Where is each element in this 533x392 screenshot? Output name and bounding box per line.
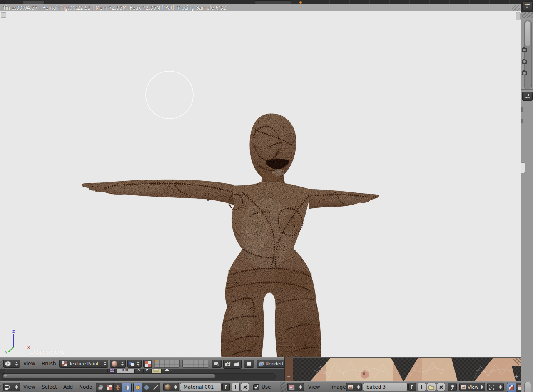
node-name-text: Itor (122, 369, 129, 372)
linestyle-type-button[interactable] (151, 383, 160, 392)
world-type-button[interactable] (142, 383, 151, 392)
render-animation-button[interactable] (232, 360, 241, 368)
material-preview-dropdown[interactable] (163, 383, 179, 391)
material-sphere-icon (124, 385, 130, 390)
material-preview-sphere-icon (165, 384, 171, 390)
paint-mask-button[interactable] (507, 383, 516, 392)
texture-palette-grid-1[interactable] (154, 360, 180, 368)
shader-type-group (133, 383, 160, 392)
editor-type-selector-image[interactable] (287, 383, 304, 391)
camera-icon (522, 47, 527, 52)
plus-expand-icon[interactable]: + (3, 373, 7, 379)
mask-toggle-button[interactable] (143, 360, 152, 368)
use-nodes-checkbox[interactable] (253, 384, 259, 390)
menu-view-3d[interactable]: View (23, 360, 35, 368)
brush-preview-dropdown[interactable] (110, 360, 126, 368)
plus-icon (234, 385, 238, 389)
menu-view-node[interactable]: View (23, 383, 35, 391)
renderlayer-camera-icons[interactable] (521, 47, 528, 82)
menu-node[interactable]: Node (79, 383, 92, 391)
texture-paint-icon (61, 361, 67, 367)
viewport-corner-widget[interactable] (1, 12, 6, 18)
compositor-context-button[interactable] (96, 383, 105, 392)
image-open-button[interactable] (427, 383, 436, 391)
image-new-button[interactable] (418, 383, 426, 391)
blender-window: Time:00:04.57 | Remaining:00:22.93 | Mem… (0, 0, 533, 392)
plus-expand-right-icon[interactable]: + (515, 374, 518, 379)
image-name-field[interactable]: baked 3 (363, 383, 408, 391)
render-preview-figure (0, 11, 521, 357)
image-view-mode-dropdown[interactable]: View (459, 383, 485, 391)
node-hscrollbar-track[interactable]: + (2, 373, 276, 380)
menu-image[interactable]: Image (330, 383, 346, 391)
camera-icon (225, 362, 231, 367)
plus-expand-icon[interactable]: + (529, 82, 533, 88)
right-sidebar: + (521, 0, 533, 392)
pivot-dropdown[interactable] (487, 383, 504, 391)
camera-icon (522, 70, 527, 75)
editor-type-selector-properties[interactable] (522, 92, 533, 101)
cube-icon (5, 361, 11, 367)
lineset-context-button[interactable] (114, 383, 122, 392)
texture-palette-grid-2[interactable] (182, 360, 208, 368)
sidebar-vscrollbar-thumb[interactable] (524, 382, 531, 392)
image-fake-user-button[interactable]: F (408, 383, 416, 391)
material-fake-user-button[interactable]: F (222, 383, 230, 391)
material-fake-user-text: F (225, 385, 227, 390)
cube-small-icon (135, 385, 140, 390)
pivot-center-icon (489, 385, 494, 390)
outliner-header-sliver (521, 0, 533, 12)
texture-context-button[interactable] (105, 383, 114, 392)
properties-widget-sliver (521, 119, 523, 123)
menu-view-image[interactable]: View (308, 383, 320, 391)
checker-mask-icon (145, 361, 151, 367)
close-x-icon (439, 385, 443, 389)
editor-type-selector-outliner[interactable] (522, 1, 533, 10)
keying-button[interactable] (212, 360, 222, 368)
active-object-label: (1) Sphere.001 (28, 349, 64, 355)
object-shader-context-button[interactable] (122, 383, 131, 392)
image-name-text: baked 3 (366, 384, 386, 390)
properties-widget-sliver (521, 107, 523, 112)
view-mode-icon (461, 385, 466, 390)
outliner-corner-grip-icon (522, 12, 533, 18)
node-header-grip-icon (0, 382, 3, 392)
pushpin-icon (450, 385, 455, 390)
interaction-mode-dropdown[interactable]: Texture Paint (59, 360, 108, 368)
editor-type-selector-3d[interactable] (3, 360, 20, 368)
viewport-right-scroll-tab[interactable] (516, 12, 521, 20)
outliner-vscrollbar-thumb[interactable] (525, 21, 530, 46)
pennant-icon (509, 385, 514, 390)
viewport-3d[interactable]: z x y (1) Sphere.001 (0, 11, 521, 357)
editor-type-selector-node[interactable] (3, 383, 20, 391)
image-datablock-dropdown[interactable] (346, 383, 362, 391)
node-hscrollbar-thumb[interactable] (3, 374, 215, 378)
menu-select-node[interactable]: Select (42, 383, 57, 391)
material-name-field[interactable]: Material.001 (180, 383, 222, 391)
clapperboard-icon (234, 362, 240, 367)
chevron-up-icon (165, 369, 169, 371)
active-swatch-indicator (155, 360, 157, 362)
node-editor-canvas[interactable]: Itor 3 F + (0, 369, 284, 381)
texture-slot-dropdown[interactable] (127, 360, 142, 368)
properties-button-sliver (521, 162, 525, 173)
image-thumb-icon (109, 369, 115, 372)
plus-expand-left-icon[interactable]: + (287, 374, 291, 379)
view-mode-text: View (468, 385, 478, 390)
two-spheres-icon (129, 361, 134, 367)
image-editor-canvas[interactable]: + + (284, 357, 521, 381)
image-unlink-button[interactable] (437, 383, 445, 391)
brush-sphere-icon (112, 361, 117, 367)
axis-z-label: z (12, 329, 15, 334)
corner-grip-icon (0, 0, 6, 4)
render-still-button[interactable] (224, 360, 232, 368)
object-type-button[interactable] (134, 383, 142, 392)
menu-brush[interactable]: Brush (42, 360, 56, 368)
menu-add-node[interactable]: Add (63, 383, 73, 391)
image-pin-button[interactable] (448, 383, 457, 391)
material-add-button[interactable] (232, 383, 240, 391)
image-datablock-icon (348, 385, 353, 390)
timeline-ticks (316, 0, 518, 4)
material-unlink-button[interactable] (241, 383, 249, 391)
pause-render-button[interactable] (244, 360, 254, 368)
